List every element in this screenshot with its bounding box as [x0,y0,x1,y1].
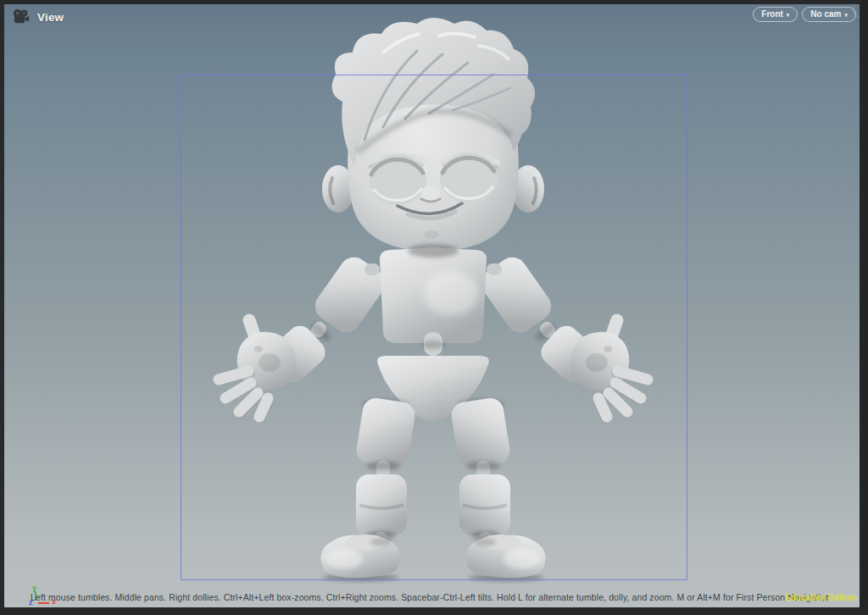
camera-icon [11,8,31,26]
viewport-title: View [37,11,64,24]
3d-viewport[interactable]: View Front ▾ No cam ▾ y z x Left mouse t… [4,4,860,607]
navigation-help-text: Left mouse tumbles. Middle pans. Right d… [4,592,860,602]
axis-x-line [38,602,49,604]
camera-select-button[interactable]: No cam ▾ [802,7,856,22]
edition-badge: Education Edition [785,593,857,602]
window-frame-left [0,0,4,615]
chevron-down-icon: ▾ [844,11,848,18]
chevron-down-icon: ▾ [787,11,790,18]
view-orientation-button[interactable]: Front ▾ [753,7,798,22]
clipped-bottom-toolbar: 24 73 95 [0,607,868,615]
clipped-right-panel [860,0,868,615]
window-frame-top [0,0,868,4]
camera-controls: Front ▾ No cam ▾ [753,7,856,22]
selection-bounding-box [181,75,687,580]
